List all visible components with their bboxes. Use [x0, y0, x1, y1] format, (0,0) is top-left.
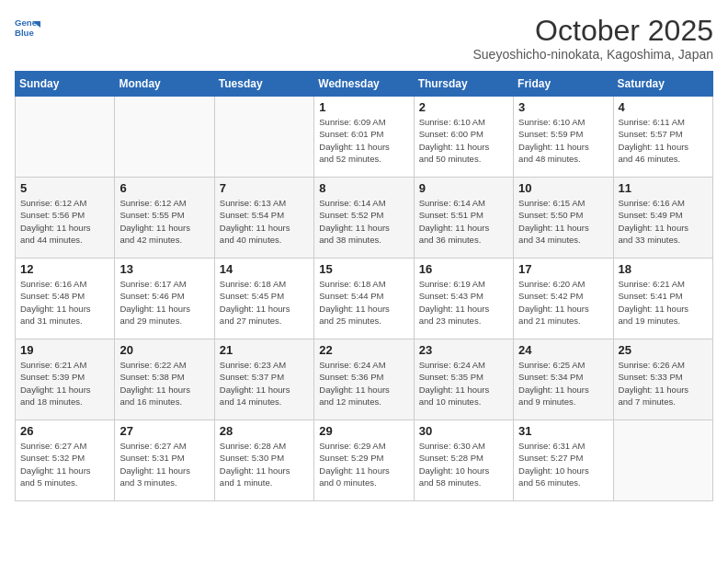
calendar-cell: 10Sunrise: 6:15 AM Sunset: 5:50 PM Dayli… [514, 178, 613, 259]
day-number: 22 [319, 343, 408, 357]
calendar-cell: 14Sunrise: 6:18 AM Sunset: 5:45 PM Dayli… [214, 259, 313, 339]
day-number: 2 [419, 100, 508, 114]
day-info: Sunrise: 6:17 AM Sunset: 5:46 PM Dayligh… [119, 278, 209, 327]
calendar-cell: 13Sunrise: 6:17 AM Sunset: 5:46 PM Dayli… [115, 259, 214, 339]
day-number: 4 [619, 100, 708, 114]
calendar-cell [16, 97, 115, 178]
day-number: 3 [518, 100, 608, 114]
weekday-header-cell: Thursday [414, 72, 513, 97]
day-info: Sunrise: 6:21 AM Sunset: 5:41 PM Dayligh… [619, 278, 708, 327]
day-number: 18 [619, 262, 708, 276]
day-info: Sunrise: 6:24 AM Sunset: 5:36 PM Dayligh… [319, 359, 408, 408]
calendar-cell: 31Sunrise: 6:31 AM Sunset: 5:27 PM Dayli… [514, 420, 613, 501]
day-number: 29 [319, 424, 408, 438]
day-number: 31 [518, 424, 608, 438]
calendar-cell: 26Sunrise: 6:27 AM Sunset: 5:32 PM Dayli… [16, 420, 115, 501]
calendar-cell [115, 97, 214, 178]
day-info: Sunrise: 6:22 AM Sunset: 5:38 PM Dayligh… [119, 359, 209, 408]
calendar-cell: 30Sunrise: 6:30 AM Sunset: 5:28 PM Dayli… [414, 420, 513, 501]
day-info: Sunrise: 6:19 AM Sunset: 5:43 PM Dayligh… [419, 278, 508, 327]
day-info: Sunrise: 6:23 AM Sunset: 5:37 PM Dayligh… [220, 359, 309, 408]
logo: General Blue [15, 15, 40, 40]
day-number: 13 [119, 262, 209, 276]
calendar-cell: 20Sunrise: 6:22 AM Sunset: 5:38 PM Dayli… [115, 339, 214, 420]
day-info: Sunrise: 6:14 AM Sunset: 5:51 PM Dayligh… [419, 197, 508, 246]
day-number: 17 [518, 262, 608, 276]
calendar-cell: 23Sunrise: 6:24 AM Sunset: 5:35 PM Dayli… [414, 339, 513, 420]
weekday-header-cell: Monday [115, 72, 214, 97]
weekday-header-cell: Saturday [613, 72, 712, 97]
calendar-cell: 16Sunrise: 6:19 AM Sunset: 5:43 PM Dayli… [414, 259, 513, 339]
day-info: Sunrise: 6:16 AM Sunset: 5:49 PM Dayligh… [619, 197, 708, 246]
calendar-cell [214, 97, 313, 178]
calendar-cell: 22Sunrise: 6:24 AM Sunset: 5:36 PM Dayli… [314, 339, 414, 420]
day-number: 6 [119, 181, 209, 195]
calendar-week-row: 1Sunrise: 6:09 AM Sunset: 6:01 PM Daylig… [16, 97, 713, 178]
day-info: Sunrise: 6:15 AM Sunset: 5:50 PM Dayligh… [518, 197, 608, 246]
day-info: Sunrise: 6:27 AM Sunset: 5:31 PM Dayligh… [119, 440, 209, 488]
weekday-header-row: SundayMondayTuesdayWednesdayThursdayFrid… [16, 72, 713, 97]
day-number: 12 [20, 262, 109, 276]
location-title: Sueyoshicho-ninokata, Kagoshima, Japan [472, 47, 713, 62]
calendar-cell: 4Sunrise: 6:11 AM Sunset: 5:57 PM Daylig… [613, 97, 712, 178]
month-title: October 2025 [472, 15, 713, 47]
day-number: 26 [20, 424, 109, 438]
day-info: Sunrise: 6:12 AM Sunset: 5:55 PM Dayligh… [119, 197, 209, 246]
calendar-cell: 11Sunrise: 6:16 AM Sunset: 5:49 PM Dayli… [613, 178, 712, 259]
day-info: Sunrise: 6:16 AM Sunset: 5:48 PM Dayligh… [20, 278, 109, 327]
weekday-header-cell: Tuesday [214, 72, 313, 97]
day-number: 16 [419, 262, 508, 276]
calendar-cell: 3Sunrise: 6:10 AM Sunset: 5:59 PM Daylig… [514, 97, 613, 178]
calendar-cell: 15Sunrise: 6:18 AM Sunset: 5:44 PM Dayli… [314, 259, 414, 339]
day-number: 5 [20, 181, 109, 195]
day-info: Sunrise: 6:27 AM Sunset: 5:32 PM Dayligh… [20, 440, 109, 488]
calendar-cell: 9Sunrise: 6:14 AM Sunset: 5:51 PM Daylig… [414, 178, 513, 259]
day-info: Sunrise: 6:18 AM Sunset: 5:45 PM Dayligh… [220, 278, 309, 327]
day-number: 25 [619, 343, 708, 357]
day-info: Sunrise: 6:26 AM Sunset: 5:33 PM Dayligh… [619, 359, 708, 408]
calendar-cell: 24Sunrise: 6:25 AM Sunset: 5:34 PM Dayli… [514, 339, 613, 420]
calendar-week-row: 26Sunrise: 6:27 AM Sunset: 5:32 PM Dayli… [16, 420, 713, 501]
day-info: Sunrise: 6:09 AM Sunset: 6:01 PM Dayligh… [319, 116, 408, 165]
calendar-week-row: 12Sunrise: 6:16 AM Sunset: 5:48 PM Dayli… [16, 259, 713, 339]
logo-icon: General Blue [15, 15, 40, 40]
calendar-cell: 17Sunrise: 6:20 AM Sunset: 5:42 PM Dayli… [514, 259, 613, 339]
calendar-cell: 21Sunrise: 6:23 AM Sunset: 5:37 PM Dayli… [214, 339, 313, 420]
calendar-cell: 1Sunrise: 6:09 AM Sunset: 6:01 PM Daylig… [314, 97, 414, 178]
day-info: Sunrise: 6:11 AM Sunset: 5:57 PM Dayligh… [619, 116, 708, 165]
weekday-header-cell: Sunday [16, 72, 115, 97]
day-number: 11 [619, 181, 708, 195]
day-info: Sunrise: 6:18 AM Sunset: 5:44 PM Dayligh… [319, 278, 408, 327]
day-info: Sunrise: 6:31 AM Sunset: 5:27 PM Dayligh… [518, 440, 608, 488]
calendar-week-row: 19Sunrise: 6:21 AM Sunset: 5:39 PM Dayli… [16, 339, 713, 420]
day-info: Sunrise: 6:13 AM Sunset: 5:54 PM Dayligh… [220, 197, 309, 246]
day-number: 24 [518, 343, 608, 357]
day-info: Sunrise: 6:24 AM Sunset: 5:35 PM Dayligh… [419, 359, 508, 408]
weekday-header-cell: Wednesday [314, 72, 414, 97]
day-number: 15 [319, 262, 408, 276]
calendar-cell: 18Sunrise: 6:21 AM Sunset: 5:41 PM Dayli… [613, 259, 712, 339]
day-number: 23 [419, 343, 508, 357]
page-header: General Blue October 2025 Sueyoshicho-ni… [15, 15, 713, 62]
day-number: 14 [220, 262, 309, 276]
title-block: October 2025 Sueyoshicho-ninokata, Kagos… [472, 15, 713, 62]
day-number: 10 [518, 181, 608, 195]
day-number: 28 [220, 424, 309, 438]
day-number: 9 [419, 181, 508, 195]
weekday-header-cell: Friday [514, 72, 613, 97]
calendar-cell: 25Sunrise: 6:26 AM Sunset: 5:33 PM Dayli… [613, 339, 712, 420]
day-number: 19 [20, 343, 109, 357]
calendar-cell: 2Sunrise: 6:10 AM Sunset: 6:00 PM Daylig… [414, 97, 513, 178]
day-info: Sunrise: 6:25 AM Sunset: 5:34 PM Dayligh… [518, 359, 608, 408]
day-number: 1 [319, 100, 408, 114]
svg-text:Blue: Blue [15, 28, 34, 38]
calendar-cell: 7Sunrise: 6:13 AM Sunset: 5:54 PM Daylig… [214, 178, 313, 259]
calendar-cell [613, 420, 712, 501]
day-number: 20 [119, 343, 209, 357]
day-info: Sunrise: 6:14 AM Sunset: 5:52 PM Dayligh… [319, 197, 408, 246]
calendar-cell: 27Sunrise: 6:27 AM Sunset: 5:31 PM Dayli… [115, 420, 214, 501]
calendar-cell: 12Sunrise: 6:16 AM Sunset: 5:48 PM Dayli… [16, 259, 115, 339]
day-info: Sunrise: 6:10 AM Sunset: 6:00 PM Dayligh… [419, 116, 508, 165]
day-info: Sunrise: 6:30 AM Sunset: 5:28 PM Dayligh… [419, 440, 508, 488]
day-number: 27 [119, 424, 209, 438]
